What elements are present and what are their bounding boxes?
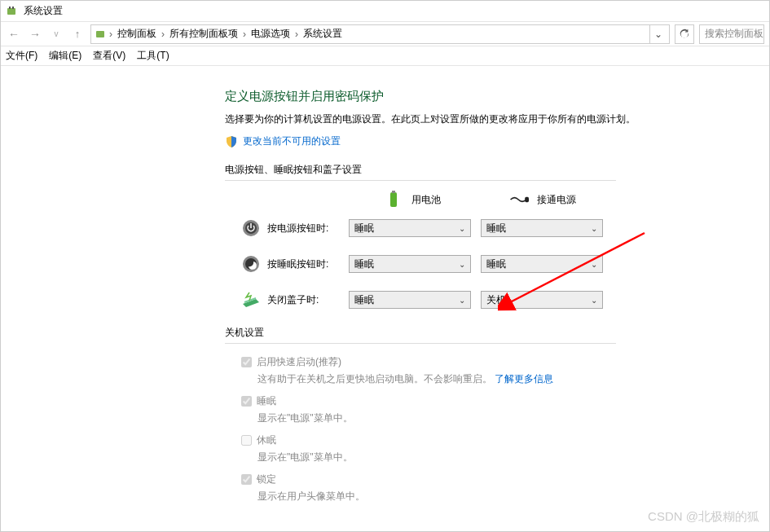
svg-rect-1 [9, 7, 11, 9]
sleep-desc: 显示在"电源"菜单中。 [257, 411, 714, 425]
breadcrumb-item[interactable]: 所有控制面板项 [166, 27, 241, 41]
chevron-down-icon: ⌄ [459, 296, 465, 305]
hibernate-label: 休眠 [257, 433, 276, 447]
learn-more-link[interactable]: 了解更多信息 [495, 373, 553, 385]
sleep-button-row: 按睡眠按钮时: 睡眠⌄ 睡眠⌄ [225, 254, 714, 274]
nav-row: ← → v ↑ › 控制面板 › 所有控制面板项 › 电源选项 › 系统设置 ⌄… [1, 22, 769, 46]
window-title: 系统设置 [24, 4, 63, 18]
admin-link[interactable]: 更改当前不可用的设置 [243, 134, 341, 148]
nav-back-button[interactable]: ← [6, 28, 22, 41]
menu-file[interactable]: 文件(F) [6, 49, 37, 63]
main-content: 定义电源按钮并启用密码保护 选择要为你的计算机设置的电源设置。在此页上对设置所做… [1, 66, 769, 503]
nav-history-button[interactable]: v [48, 29, 64, 38]
section2-title: 关机设置 [225, 326, 714, 340]
hibernate-checkbox-row: 休眠 [241, 433, 714, 447]
lock-label: 锁定 [257, 473, 276, 486]
breadcrumb-item[interactable]: 电源选项 [248, 27, 293, 41]
plug-icon [509, 192, 529, 207]
sleep-label: 睡眠 [257, 394, 276, 408]
row-label: 按电源按钮时: [267, 222, 349, 235]
nav-forward-button[interactable]: → [27, 28, 43, 41]
breadcrumb[interactable]: › 控制面板 › 所有控制面板项 › 电源选项 › 系统设置 ⌄ [90, 24, 670, 44]
col-plugged-label: 接通电源 [537, 193, 576, 207]
title-bar: 系统设置 [1, 1, 769, 22]
menu-view[interactable]: 查看(V) [93, 49, 125, 63]
chevron-right-icon: › [243, 29, 246, 40]
power-button-plugged-select[interactable]: 睡眠⌄ [481, 219, 603, 237]
admin-link-row[interactable]: 更改当前不可用的设置 [225, 134, 769, 148]
nav-up-button[interactable]: ↑ [69, 28, 86, 40]
lid-close-row: 关闭盖子时: 睡眠⌄ 关机⌄ [225, 290, 714, 310]
divider [225, 343, 616, 344]
shield-icon [225, 135, 238, 148]
svg-rect-3 [96, 31, 104, 37]
page-description: 选择要为你的计算机设置的电源设置。在此页上对设置所做的更改将应用于你所有的电源计… [225, 112, 769, 126]
svg-rect-4 [390, 192, 397, 207]
sleep-button-icon [241, 254, 261, 274]
sleep-checkbox[interactable] [241, 396, 252, 407]
search-input[interactable]: 搜索控制面板 [699, 24, 764, 44]
fast-startup-desc: 这有助于在关机之后更快地启动电脑。不会影响重启。 了解更多信息 [257, 372, 714, 386]
chevron-down-icon: ⌄ [591, 296, 597, 305]
row-label: 关闭盖子时: [267, 293, 349, 307]
fast-startup-checkbox-row: 启用快速启动(推荐) [241, 355, 714, 369]
lock-checkbox[interactable] [241, 474, 252, 485]
col-battery-label: 用电池 [411, 193, 441, 207]
menu-edit[interactable]: 编辑(E) [49, 49, 81, 63]
row-label: 按睡眠按钮时: [267, 257, 349, 271]
search-placeholder: 搜索控制面板 [705, 27, 763, 41]
power-button-icon [241, 218, 261, 238]
power-button-battery-select[interactable]: 睡眠⌄ [349, 219, 471, 237]
hibernate-desc: 显示在"电源"菜单中。 [257, 451, 714, 464]
breadcrumb-item[interactable]: 控制面板 [114, 27, 160, 41]
chevron-down-icon: ⌄ [459, 224, 465, 233]
sleep-button-plugged-select[interactable]: 睡眠⌄ [481, 255, 603, 273]
refresh-icon [679, 29, 690, 40]
sleep-button-battery-select[interactable]: 睡眠⌄ [349, 255, 471, 273]
menu-bar: 文件(F) 编辑(E) 查看(V) 工具(T) [1, 46, 769, 66]
fast-startup-label: 启用快速启动(推荐) [257, 355, 341, 369]
sleep-checkbox-row: 睡眠 [241, 394, 714, 408]
refresh-button[interactable] [675, 24, 694, 44]
chevron-right-icon: › [161, 29, 165, 40]
svg-rect-0 [7, 8, 15, 15]
breadcrumb-icon [95, 28, 108, 41]
fast-startup-checkbox[interactable] [241, 357, 252, 367]
chevron-right-icon: › [295, 29, 298, 40]
divider [225, 180, 616, 181]
chevron-down-icon: ⌄ [591, 224, 597, 233]
watermark: CSDN @北极糊的狐 [648, 509, 759, 525]
chevron-down-icon: ⌄ [459, 260, 465, 269]
chevron-down-icon: ⌄ [591, 260, 597, 269]
page-heading: 定义电源按钮并启用密码保护 [225, 89, 769, 104]
svg-rect-5 [392, 191, 395, 193]
lid-close-battery-select[interactable]: 睡眠⌄ [349, 291, 471, 309]
lid-close-icon [241, 290, 261, 310]
power-button-row: 按电源按钮时: 睡眠⌄ 睡眠⌄ [225, 218, 714, 238]
breadcrumb-dropdown-button[interactable]: ⌄ [649, 25, 666, 43]
svg-rect-2 [12, 7, 14, 9]
section1-title: 电源按钮、睡眠按钮和盖子设置 [225, 163, 714, 177]
battery-icon [384, 192, 403, 207]
lock-checkbox-row: 锁定 [241, 473, 714, 486]
breadcrumb-item[interactable]: 系统设置 [300, 27, 345, 41]
lock-desc: 显示在用户头像菜单中。 [257, 490, 714, 503]
svg-rect-6 [525, 197, 529, 202]
menu-tools[interactable]: 工具(T) [137, 49, 169, 63]
app-icon [6, 5, 19, 18]
column-header-row: 用电池 接通电源 [347, 192, 714, 207]
hibernate-checkbox[interactable] [241, 435, 252, 446]
lid-close-plugged-select[interactable]: 关机⌄ [481, 291, 603, 309]
chevron-right-icon: › [109, 29, 112, 40]
